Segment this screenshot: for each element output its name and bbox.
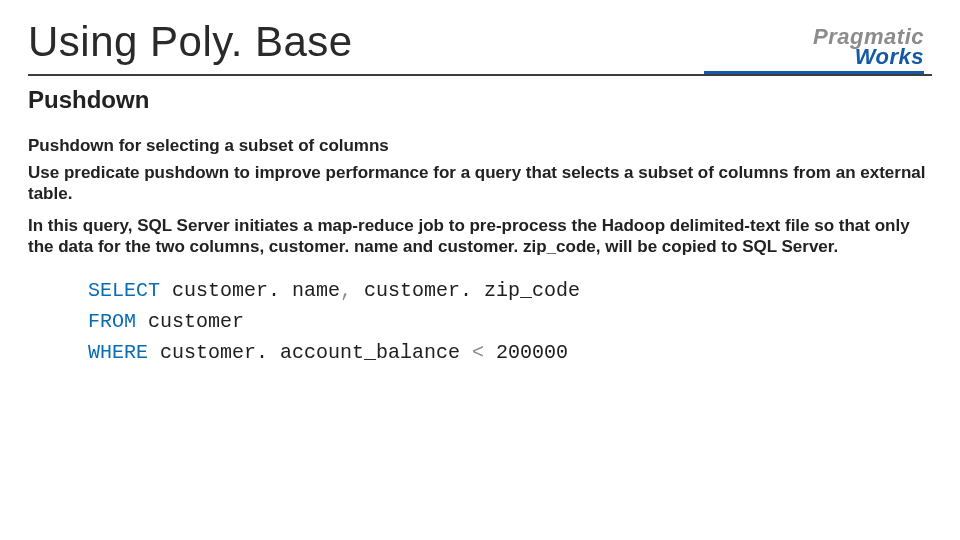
lt-operator: < — [472, 341, 484, 364]
select-col-1: customer. name — [160, 279, 340, 302]
logo-underline — [704, 71, 924, 74]
from-table: customer — [136, 310, 244, 333]
kw-from: FROM — [88, 310, 136, 333]
slide: Pragmatic Works Using Poly. Base Pushdow… — [0, 0, 960, 540]
select-col-2: customer. zip_code — [352, 279, 580, 302]
slide-subtitle: Pushdown — [28, 86, 932, 114]
paragraph-2: In this query, SQL Server initiates a ma… — [28, 215, 932, 258]
paragraph-1: Use predicate pushdown to improve perfor… — [28, 162, 932, 205]
kw-where: WHERE — [88, 341, 148, 364]
brand-logo: Pragmatic Works — [704, 26, 924, 74]
where-expression: customer. account_balance — [148, 341, 472, 364]
sql-code-block: SELECT customer. name, customer. zip_cod… — [88, 275, 932, 368]
title-divider — [28, 74, 932, 76]
where-value: 200000 — [484, 341, 568, 364]
logo-bottom-text: Works — [704, 46, 924, 68]
section-heading: Pushdown for selecting a subset of colum… — [28, 136, 932, 156]
comma: , — [340, 279, 352, 302]
kw-select: SELECT — [88, 279, 160, 302]
